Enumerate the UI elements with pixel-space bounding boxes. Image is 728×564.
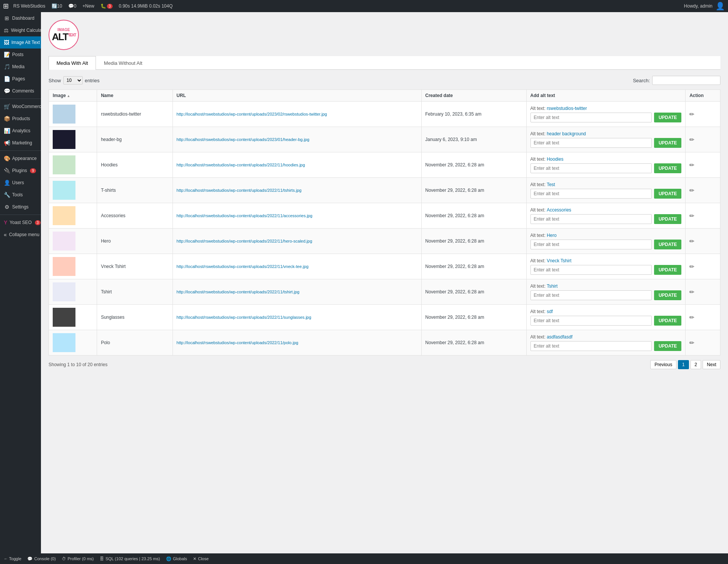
sidebar-item-products[interactable]: 📦 Products	[0, 113, 41, 125]
prev-page-button[interactable]: Previous	[650, 360, 676, 369]
update-button[interactable]: UPDATE	[654, 113, 681, 122]
sidebar-item-label: Yoast SEO	[9, 220, 31, 225]
alt-text-input[interactable]	[530, 214, 652, 224]
update-button[interactable]: UPDATE	[654, 189, 681, 199]
debug-console[interactable]: 💬 Console (0)	[27, 556, 56, 561]
alt-value: Hoodies	[547, 157, 563, 162]
edit-icon[interactable]: ✏	[689, 314, 694, 321]
sidebar-item-label: Analytics	[12, 128, 30, 133]
cell-url: http://localhost/rswebstudios/wp-content…	[173, 127, 421, 152]
alt-current-label: Alt text: rswebstudios-twitter	[530, 106, 682, 111]
alt-text-input[interactable]	[530, 189, 652, 199]
avatar[interactable]: 👤	[715, 2, 725, 11]
sidebar-item-label: Plugins	[12, 168, 27, 173]
url-link[interactable]: http://localhost/rswebstudios/wp-content…	[177, 163, 305, 167]
url-link[interactable]: http://localhost/rswebstudios/wp-content…	[177, 239, 312, 243]
edit-icon[interactable]: ✏	[689, 162, 694, 168]
sidebar-item-yoast[interactable]: Y Yoast SEO 3	[0, 216, 41, 229]
update-button[interactable]: UPDATE	[654, 240, 681, 249]
sidebar-item-media[interactable]: 🎵 Media	[0, 61, 41, 73]
entries-select[interactable]: 10 25 50 100	[63, 76, 83, 85]
sidebar-item-analytics[interactable]: 📊 Analytics	[0, 125, 41, 137]
edit-icon[interactable]: ✏	[689, 238, 694, 244]
update-button[interactable]: UPDATE	[654, 290, 681, 300]
wp-logo[interactable]: ⊞	[3, 2, 9, 10]
alt-text-input[interactable]	[530, 265, 652, 275]
sidebar-item-users[interactable]: 👤 Users	[0, 177, 41, 189]
debug-toggle[interactable]: ← Toggle	[4, 556, 21, 561]
page-2-button[interactable]: 2	[690, 360, 701, 369]
edit-icon[interactable]: ✏	[689, 289, 694, 295]
new-item[interactable]: + New	[80, 0, 97, 12]
update-button[interactable]: UPDATE	[654, 138, 681, 148]
cell-url: http://localhost/rswebstudios/wp-content…	[173, 203, 421, 229]
edit-icon[interactable]: ✏	[689, 263, 694, 270]
sidebar-item-settings[interactable]: ⚙ Settings	[0, 201, 41, 213]
update-button[interactable]: UPDATE	[654, 341, 681, 351]
sidebar-item-plugins[interactable]: 🔌 Plugins 9	[0, 164, 41, 177]
debug-profiler[interactable]: ⏱ Profiler (0 ms)	[62, 556, 94, 561]
cell-url: http://localhost/rswebstudios/wp-content…	[173, 279, 421, 305]
alt-text-input[interactable]	[530, 290, 652, 300]
alt-text-input[interactable]	[530, 341, 652, 351]
table-row: Vneck Tshirthttp://localhost/rswebstudio…	[49, 254, 720, 279]
url-link[interactable]: http://localhost/rswebstudios/wp-content…	[177, 290, 300, 294]
edit-icon[interactable]: ✏	[689, 340, 694, 346]
sidebar-item-comments[interactable]: 💬 Comments	[0, 85, 41, 97]
url-link[interactable]: http://localhost/rswebstudios/wp-content…	[177, 340, 298, 345]
tab-media-with-alt[interactable]: Media With Alt	[49, 56, 96, 70]
updates-item[interactable]: 🔄 10	[49, 0, 65, 12]
sidebar-item-appearance[interactable]: 🎨 Appearance	[0, 152, 41, 164]
sidebar-item-image-alt-text[interactable]: 🖼 Image Alt Text	[0, 36, 41, 49]
debug-bar: ← Toggle 💬 Console (0) ⏱ Profiler (0 ms)…	[0, 553, 728, 564]
sidebar-item-weight-calculator[interactable]: ⚖ Weight Calculator	[0, 24, 41, 36]
edit-icon[interactable]: ✏	[689, 136, 694, 143]
sidebar-item-pages[interactable]: 📄 Pages	[0, 73, 41, 85]
alt-text-input[interactable]	[530, 113, 652, 122]
debug-close[interactable]: ✕ Close	[193, 556, 209, 561]
pagination-controls: Previous 1 2 Next	[650, 360, 720, 369]
debug-globals[interactable]: 🌐 Globals	[166, 556, 187, 561]
comments-item[interactable]: 💬 0	[65, 0, 80, 12]
url-link[interactable]: http://localhost/rswebstudios/wp-content…	[177, 188, 302, 193]
debug-item[interactable]: 🐛 3	[97, 0, 116, 12]
update-button[interactable]: UPDATE	[654, 214, 681, 224]
sidebar-item-woocommerce[interactable]: 🛒 WooCommerce	[0, 100, 41, 113]
debug-sql[interactable]: 🗄 SQL (102 queries | 23.25 ms)	[100, 556, 160, 561]
edit-icon[interactable]: ✏	[689, 187, 694, 194]
plugin-logo: IMAGE ALTTEXT	[49, 20, 79, 50]
sidebar-item-posts[interactable]: 📝 Posts	[0, 49, 41, 61]
toggle-label: ← Toggle	[4, 556, 21, 561]
plugin-header: IMAGE ALTTEXT	[49, 20, 720, 50]
update-button[interactable]: UPDATE	[654, 265, 681, 275]
alt-text-input[interactable]	[530, 240, 652, 249]
sidebar-item-label: Appearance	[12, 156, 37, 161]
sidebar-item-collapse[interactable]: « Collapse menu	[0, 229, 41, 241]
alt-text-input[interactable]	[530, 163, 652, 173]
sidebar-item-tools[interactable]: 🔧 Tools	[0, 189, 41, 201]
howdy-item[interactable]: Howdy, admin	[681, 0, 715, 12]
search-input[interactable]	[652, 76, 720, 85]
url-link[interactable]: http://localhost/rswebstudios/wp-content…	[177, 315, 311, 320]
url-link[interactable]: http://localhost/rswebstudios/wp-content…	[177, 264, 309, 269]
next-page-button[interactable]: Next	[703, 360, 720, 369]
posts-icon: 📝	[4, 52, 10, 58]
col-image: Image	[49, 90, 97, 102]
cell-name: T-shirts	[97, 178, 173, 203]
page-1-button[interactable]: 1	[678, 360, 689, 369]
table-row: Polohttp://localhost/rswebstudios/wp-con…	[49, 330, 720, 356]
alt-text-input[interactable]	[530, 138, 652, 148]
sidebar-item-dashboard[interactable]: ⊞ Dashboard	[0, 12, 41, 24]
update-button[interactable]: UPDATE	[654, 163, 681, 173]
tab-media-without-alt[interactable]: Media Without Alt	[96, 56, 150, 70]
url-link[interactable]: http://localhost/rswebstudios/wp-content…	[177, 112, 327, 116]
sidebar-item-marketing[interactable]: 📢 Marketing	[0, 137, 41, 149]
url-link[interactable]: http://localhost/rswebstudios/wp-content…	[177, 213, 312, 218]
search-wrap: Search:	[633, 76, 720, 85]
edit-icon[interactable]: ✏	[689, 213, 694, 219]
update-button[interactable]: UPDATE	[654, 316, 681, 326]
site-name[interactable]: RS WebStudios	[10, 0, 49, 12]
alt-text-input[interactable]	[530, 316, 652, 326]
url-link[interactable]: http://localhost/rswebstudios/wp-content…	[177, 137, 309, 142]
edit-icon[interactable]: ✏	[689, 111, 694, 118]
